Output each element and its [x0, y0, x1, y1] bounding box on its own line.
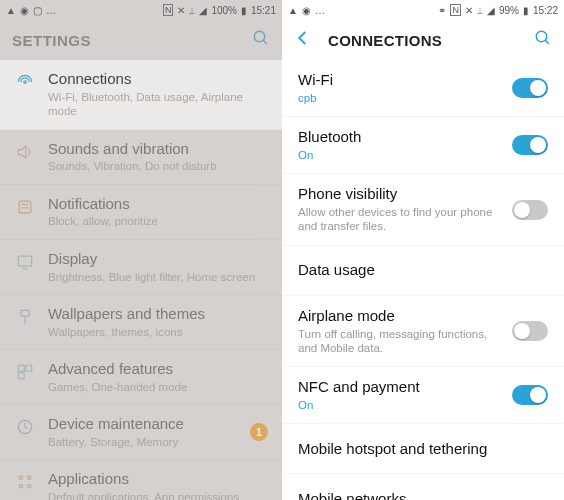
toggle-switch[interactable] [512, 78, 548, 98]
svg-point-2 [24, 81, 27, 84]
svg-rect-11 [26, 365, 32, 371]
item-sub: Default applications, App permissions [48, 490, 268, 500]
maintenance-icon [14, 415, 36, 437]
connections-item-mobile-networks[interactable]: Mobile networks [282, 474, 564, 500]
settings-item-notifications[interactable]: NotificationsBlock, allow, prioritize [0, 185, 282, 240]
item-label: Mobile networks [298, 490, 548, 501]
connections-item-airplane-mode[interactable]: Airplane modeTurn off calling, messaging… [282, 296, 564, 368]
svg-line-20 [545, 40, 549, 44]
wallpaper-icon [14, 305, 36, 327]
item-sub: Sounds, Vibration, Do not disturb [48, 159, 268, 173]
back-button[interactable] [294, 29, 312, 51]
svg-rect-10 [18, 365, 24, 371]
item-texts: Wi-Ficpb [298, 71, 500, 105]
item-sub: On [298, 398, 500, 412]
connections-header: CONNECTIONS [282, 20, 564, 60]
item-label: Wi-Fi [298, 71, 500, 90]
settings-item-connections[interactable]: ConnectionsWi-Fi, Bluetooth, Data usage,… [0, 60, 282, 130]
search-icon [252, 29, 270, 47]
clock-text: 15:21 [251, 5, 276, 16]
connections-item-wi-fi[interactable]: Wi-Ficpb [282, 60, 564, 117]
item-texts: Sounds and vibrationSounds, Vibration, D… [48, 140, 268, 174]
toggle-switch[interactable] [512, 135, 548, 155]
item-texts: Device maintenanceBattery, Storage, Memo… [48, 415, 238, 449]
status-bar: ▲ ◉ ▢ … N ✕ ⟂ ◢ 100% ▮ 15:21 [0, 0, 282, 20]
connections-item-nfc-and-payment[interactable]: NFC and paymentOn [282, 367, 564, 424]
battery-text: 100% [211, 5, 237, 16]
clock-text: 15:22 [533, 5, 558, 16]
svg-point-17 [28, 485, 31, 488]
svg-rect-12 [18, 373, 24, 379]
item-texts: ConnectionsWi-Fi, Bluetooth, Data usage,… [48, 70, 268, 119]
connections-item-phone-visibility[interactable]: Phone visibilityAllow other devices to f… [282, 174, 564, 246]
item-sub: Games, One-handed mode [48, 380, 268, 394]
settings-header: SETTINGS [0, 20, 282, 60]
toggle-switch[interactable] [512, 321, 548, 341]
svg-point-19 [536, 31, 547, 42]
badge: 1 [250, 423, 268, 441]
signal-icon: ◢ [487, 5, 495, 16]
battery-icon: ▮ [241, 5, 247, 16]
toggle-switch[interactable] [512, 385, 548, 405]
nfc-icon: N [450, 4, 461, 16]
wifi-icon: ⟂ [189, 5, 195, 16]
item-label: Device maintenance [48, 415, 238, 434]
item-label: Applications [48, 470, 268, 489]
toggle-knob [514, 202, 530, 218]
search-button[interactable] [252, 29, 270, 51]
item-label: Wallpapers and themes [48, 305, 268, 324]
item-sub: Allow other devices to find your phone a… [298, 205, 500, 234]
settings-screen: ▲ ◉ ▢ … N ✕ ⟂ ◢ 100% ▮ 15:21 SETTINGS Co… [0, 0, 282, 500]
back-icon [294, 29, 312, 47]
settings-list[interactable]: ConnectionsWi-Fi, Bluetooth, Data usage,… [0, 60, 282, 500]
battery-text: 99% [499, 5, 519, 16]
battery-icon: ▮ [523, 5, 529, 16]
svg-rect-3 [19, 201, 31, 213]
settings-item-sounds-and-vibration[interactable]: Sounds and vibrationSounds, Vibration, D… [0, 130, 282, 185]
svg-rect-8 [21, 310, 29, 316]
item-texts: Advanced featuresGames, One-handed mode [48, 360, 268, 394]
settings-item-wallpapers-and-themes[interactable]: Wallpapers and themesWallpapers, themes,… [0, 295, 282, 350]
item-sub: Battery, Storage, Memory [48, 435, 238, 449]
item-label: Notifications [48, 195, 268, 214]
display-icon [14, 250, 36, 272]
connections-list[interactable]: Wi-FicpbBluetoothOnPhone visibilityAllow… [282, 60, 564, 500]
item-label: NFC and payment [298, 378, 500, 397]
svg-point-0 [254, 31, 265, 42]
sync-icon: ◉ [302, 5, 311, 16]
item-label: Airplane mode [298, 307, 500, 326]
item-label: Bluetooth [298, 128, 500, 147]
signal-icon: ◢ [199, 5, 207, 16]
item-texts: BluetoothOn [298, 128, 500, 162]
item-texts: NotificationsBlock, allow, prioritize [48, 195, 268, 229]
apps-icon [14, 470, 36, 492]
item-sub: Brightness, Blue light filter, Home scre… [48, 270, 268, 284]
page-title: CONNECTIONS [328, 32, 442, 49]
settings-item-display[interactable]: DisplayBrightness, Blue light filter, Ho… [0, 240, 282, 295]
connections-item-data-usage[interactable]: Data usage [282, 246, 564, 296]
item-label: Sounds and vibration [48, 140, 268, 159]
vibrate-icon: ✕ [177, 5, 185, 16]
settings-item-applications[interactable]: ApplicationsDefault applications, App pe… [0, 460, 282, 500]
sync-icon: ◉ [20, 5, 29, 16]
page-title: SETTINGS [12, 32, 91, 49]
toggle-switch[interactable] [512, 200, 548, 220]
svg-point-15 [28, 476, 31, 479]
item-texts: DisplayBrightness, Blue light filter, Ho… [48, 250, 268, 284]
item-sub: On [298, 148, 500, 162]
image-icon: ▢ [33, 5, 42, 16]
item-sub: Wallpapers, themes, icons [48, 325, 268, 339]
connections-item-mobile-hotspot-and-tethering[interactable]: Mobile hotspot and tethering [282, 424, 564, 474]
settings-item-device-maintenance[interactable]: Device maintenanceBattery, Storage, Memo… [0, 405, 282, 460]
item-texts: ApplicationsDefault applications, App pe… [48, 470, 268, 500]
item-label: Advanced features [48, 360, 268, 379]
connections-item-bluetooth[interactable]: BluetoothOn [282, 117, 564, 174]
item-sub: Wi-Fi, Bluetooth, Data usage, Airplane m… [48, 90, 268, 119]
more-icon: … [315, 5, 325, 16]
item-sub: Turn off calling, messaging functions, a… [298, 327, 500, 356]
search-button[interactable] [534, 29, 552, 51]
connections-screen: ▲ ◉ … ⚭ N ✕ ⟂ ◢ 99% ▮ 15:22 CONNECTIONS … [282, 0, 564, 500]
item-texts: Mobile hotspot and tethering [298, 440, 548, 459]
settings-item-advanced-features[interactable]: Advanced featuresGames, One-handed mode [0, 350, 282, 405]
search-icon [534, 29, 552, 47]
